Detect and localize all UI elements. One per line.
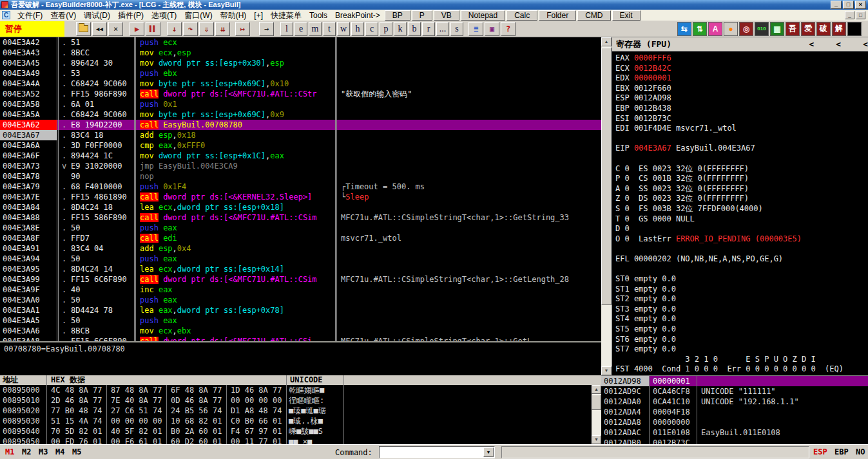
rewind-button[interactable]: ◀◀	[92, 22, 107, 36]
register-line[interactable]: A 0 SS 0023 32位 0(FFFFFFFF)	[615, 184, 868, 194]
register-line[interactable]: D 0	[615, 224, 868, 234]
dump-row[interactable]: 008950102D 46 8A 777E 40 8A 770D 46 8A 7…	[0, 395, 601, 406]
register-line[interactable]: EDX 00000001	[615, 73, 868, 84]
disasm-row[interactable]: 004E3A8F.FFD7call edimsvcr71._wtol	[0, 233, 601, 243]
menu-item-tools[interactable]: Tools	[305, 10, 331, 21]
disasm-row[interactable]: 004E3AA6.8BCBmov ecx,ebx	[0, 326, 601, 336]
disasm-row[interactable]: 004E3A7E.FF15 4861890call dword ptr ds:[…	[0, 192, 601, 202]
register-line[interactable]: EAX 0000FFF6	[615, 53, 868, 64]
window-button-b[interactable]: b	[408, 22, 421, 36]
disasm-row[interactable]: 004E3A84.8D4C24 18lea ecx,dword ptr ss:[…	[0, 202, 601, 212]
disasm-row[interactable]: 004E3AA5.50push eax	[0, 315, 601, 326]
stack-row[interactable]: 0012ADA800000000	[601, 417, 868, 427]
black-block-icon[interactable]	[847, 22, 862, 36]
register-line[interactable]: ST4 empty 0.0	[615, 314, 868, 324]
register-line[interactable]: ST1 empty 0.0	[615, 285, 868, 295]
menu-button-vb[interactable]: VB	[434, 10, 459, 21]
dump-row[interactable]: 008950004C 48 8A 7787 48 8A 776F 48 8A 7…	[0, 385, 601, 395]
wu-icon[interactable]: 吾	[786, 22, 800, 36]
register-line[interactable]: EDI 001F4D4E msvcr71._wtol	[615, 124, 868, 134]
command-input[interactable]: ▼	[379, 446, 495, 458]
register-line[interactable]: ESP 0012AD98	[615, 93, 868, 104]
execute-till-return-button[interactable]: ↦	[235, 22, 250, 36]
menu-item-h[interactable]: 帮助(H)	[217, 10, 251, 21]
disasm-row[interactable]: 004E3A99.FF15 6C6F890call dword ptr ds:[…	[0, 274, 601, 285]
scroll-thumb[interactable]	[592, 395, 601, 410]
disasm-row[interactable]: 004E3A95.8D4C24 14lea ecx,dword ptr ss:[…	[0, 264, 601, 274]
register-line[interactable]: S 0 FS 003B 32位 7FFDF000(4000)	[615, 204, 868, 214]
step-into-button[interactable]: ↓	[167, 22, 182, 36]
dump-row[interactable]: 0089505000 FD 76 0100 F6 61 0160 D2 60 0…	[0, 436, 601, 444]
stack-row[interactable]: 0012AD9800000001	[601, 376, 868, 386]
orange-dot-icon[interactable]: ●	[724, 22, 738, 36]
disasm-row[interactable]: 004E3A73vE9 31020000jmp EasyBuil.004E3CA…	[0, 161, 601, 171]
animate-over-button[interactable]: ⇊	[215, 22, 230, 36]
scroll-down-icon[interactable]: ▼	[592, 435, 601, 444]
window-button-h[interactable]: h	[351, 22, 364, 36]
dump-row[interactable]: 0089503051 15 4A 7400 00 00 0010 68 82 0…	[0, 416, 601, 426]
menu-item-[interactable]: 快捷菜单	[267, 10, 305, 21]
menu-item-w[interactable]: 窗口(W)	[180, 10, 216, 21]
minimize-button[interactable]: _	[831, 1, 842, 9]
panel-chevron-icon[interactable]: <	[836, 39, 841, 49]
window-button-r[interactable]: r	[422, 22, 435, 36]
mdi-restore-button[interactable]: □	[856, 11, 865, 19]
flag-esp[interactable]: ESP	[813, 447, 827, 456]
flag-ebp[interactable]: EBP	[834, 447, 849, 456]
stack-row[interactable]: 0012AD9C0CA46CF8UNICODE "111111"	[601, 386, 868, 397]
register-line[interactable]: ST3 empty 0.0	[615, 304, 868, 315]
stack-row[interactable]: 0012ADA00CA41C10UNICODE "192.168.1.1"	[601, 397, 868, 407]
target-icon[interactable]: ◎	[739, 22, 753, 36]
window-button-k[interactable]: k	[394, 22, 407, 36]
close-window-button[interactable]: ×	[108, 22, 123, 36]
disasm-row[interactable]: 004E3A52.FF15 986F890call dword ptr ds:[…	[0, 89, 601, 99]
window-button-more[interactable]: ...	[436, 22, 449, 36]
register-line[interactable]: 3 2 1 0 E S P U O Z D I	[615, 355, 868, 365]
maximize-button[interactable]: □	[843, 1, 854, 9]
disasm-row[interactable]: 004E3A49.53push ebx	[0, 68, 601, 79]
dump-row[interactable]: 0089504070 5D 82 0140 5F 82 01B0 2A 60 0…	[0, 426, 601, 436]
disasm-row[interactable]: 004E3A58.6A 01push 0x1	[0, 99, 601, 109]
disasm-row[interactable]: 004E3A42.51push ecx	[0, 37, 601, 48]
menu-button-folder[interactable]: Folder	[539, 10, 576, 21]
updown-arrows-icon[interactable]: ⇅	[693, 22, 707, 36]
menu-button-exit[interactable]: Exit	[612, 10, 641, 21]
disasm-row[interactable]: 004E3A45.896424 30mov dword ptr ss:[esp+…	[0, 58, 601, 68]
ai-icon[interactable]: 爱	[801, 22, 815, 36]
disasm-row[interactable]: 004E3A9F.40inc eax	[0, 285, 601, 295]
menu-item-+[interactable]: [+]	[250, 10, 267, 21]
m1-button[interactable]: M1	[5, 447, 14, 456]
menu-button-cmd[interactable]: CMD	[577, 10, 610, 21]
register-line[interactable]: ECX 0012B42C	[615, 64, 868, 74]
register-line[interactable]	[615, 154, 868, 164]
disasm-row[interactable]: 004E3A79.68 F4010000push 0x1F4┌Timeout =…	[0, 182, 601, 192]
stack-row[interactable]: 0012ADA400004F18	[601, 407, 868, 417]
m5-button[interactable]: M5	[72, 447, 81, 456]
binary-icon[interactable]: 010	[755, 22, 769, 36]
close-button[interactable]: ×	[855, 1, 866, 9]
register-line[interactable]: EIP 004E3A67 EasyBuil.004E3A67	[615, 144, 868, 154]
scroll-thumb[interactable]	[601, 48, 612, 305]
register-line[interactable]: ST6 empty 0.0	[615, 335, 868, 345]
disasm-row[interactable]: 004E3A8E.50push eax	[0, 223, 601, 233]
disasm-row[interactable]: 004E3A6F.894424 1Cmov dword ptr ss:[esp+…	[0, 151, 601, 161]
command-dropdown-icon[interactable]: ▼	[483, 447, 494, 457]
register-line[interactable]: EBP 0012B438	[615, 104, 868, 114]
menu-item-d[interactable]: 调试(D)	[80, 10, 114, 21]
stack-row[interactable]: 0012ADB00012B73C	[601, 438, 868, 444]
disasm-row[interactable]: 004E3A94.50push eax	[0, 254, 601, 264]
register-line[interactable]: C 0 ES 0023 32位 0(FFFFFFFF)	[615, 164, 868, 174]
m4-button[interactable]: M4	[55, 447, 64, 456]
register-line[interactable]: T 0 GS 0000 NULL	[615, 214, 868, 225]
disasm-scrollbar[interactable]: ▲ ▼	[601, 37, 612, 375]
menu-button-calc[interactable]: Calc	[506, 10, 537, 21]
m3-button[interactable]: M3	[39, 447, 48, 456]
disasm-row[interactable]: 004E3AA8.FF15 6C6F890call dword ptr ds:[…	[0, 336, 601, 341]
mdi-minimize-button[interactable]: _	[845, 11, 854, 19]
cpu-window-icon[interactable]: C	[2, 11, 10, 19]
disasm-row[interactable]: 004E3A88.FF15 586F890call dword ptr ds:[…	[0, 212, 601, 223]
scroll-up-icon[interactable]: ▲	[601, 37, 612, 46]
grid-icon[interactable]: ▦	[770, 22, 784, 36]
letter-a-icon[interactable]: A	[708, 22, 722, 36]
go-to-address-button[interactable]: →	[259, 22, 274, 36]
